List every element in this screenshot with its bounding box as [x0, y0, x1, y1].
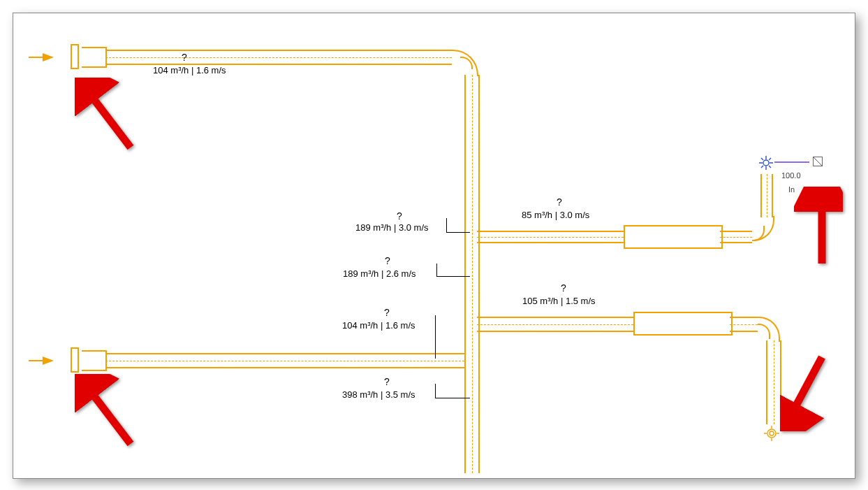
inlet-box	[71, 44, 79, 69]
duct-silencer	[624, 225, 723, 249]
inlet-arrow-icon	[43, 356, 54, 365]
duct-segment	[720, 231, 752, 243]
duct-segment	[730, 317, 758, 332]
flow-label: 105 m³/h | 1.5 m/s	[522, 296, 596, 306]
leader-line	[436, 276, 470, 277]
terminal-connector	[774, 161, 809, 163]
size-unknown-icon: ?	[557, 196, 562, 208]
size-unknown-icon: ?	[397, 210, 402, 222]
duct-segment	[477, 231, 624, 243]
duct-segment	[760, 174, 773, 217]
duct-segment	[105, 353, 464, 368]
compass-icon	[764, 426, 779, 441]
duct-segment	[105, 50, 452, 65]
flow-label: 104 m³/h | 1.6 m/s	[342, 320, 415, 331]
svg-point-2	[770, 431, 774, 435]
flow-label: 398 m³/h | 3.5 m/s	[342, 389, 415, 400]
terminal-value: 100.0	[781, 171, 801, 180]
size-unknown-icon: ?	[384, 307, 390, 318]
size-unknown-icon: ?	[384, 376, 390, 387]
inlet-box	[71, 347, 79, 373]
duct-taper	[82, 47, 107, 68]
duct-canvas: ? 104 m³/h | 1.6 m/s ? 189 m³/h | 3.0 m/…	[13, 13, 855, 478]
size-unknown-icon: ?	[385, 255, 390, 266]
terminal-icon	[813, 157, 823, 166]
inlet-arrow-icon	[43, 53, 54, 62]
svg-line-6	[790, 357, 822, 417]
svg-line-3	[86, 89, 131, 147]
red-arrow-icon	[75, 374, 145, 451]
flow-label: 189 m³/h | 2.6 m/s	[343, 268, 416, 279]
svg-line-4	[86, 385, 131, 444]
leader-line	[446, 218, 447, 232]
svg-point-0	[763, 160, 769, 166]
duct-segment	[477, 317, 633, 332]
red-arrow-icon	[794, 187, 843, 271]
leader-line	[435, 384, 436, 398]
compass-icon	[758, 155, 774, 171]
leader-line	[435, 315, 436, 359]
flow-label: 85 m³/h | 3.0 m/s	[522, 210, 589, 220]
duct-segment	[766, 340, 781, 424]
svg-point-1	[767, 429, 776, 438]
diagram-frame: ? 104 m³/h | 1.6 m/s ? 189 m³/h | 3.0 m/…	[13, 13, 855, 479]
size-unknown-icon: ?	[561, 282, 566, 294]
red-arrow-icon	[780, 347, 836, 431]
size-unknown-icon: ?	[182, 52, 187, 63]
flow-label: 189 m³/h | 3.0 m/s	[355, 222, 429, 233]
leader-line	[436, 264, 437, 276]
leader-line	[446, 232, 470, 233]
duct-taper	[82, 350, 107, 371]
duct-silencer	[633, 312, 733, 336]
duct-segment	[464, 75, 480, 473]
red-arrow-icon	[75, 78, 145, 154]
flow-label: 104 m³/h | 1.6 m/s	[153, 65, 226, 75]
leader-line	[435, 398, 470, 398]
